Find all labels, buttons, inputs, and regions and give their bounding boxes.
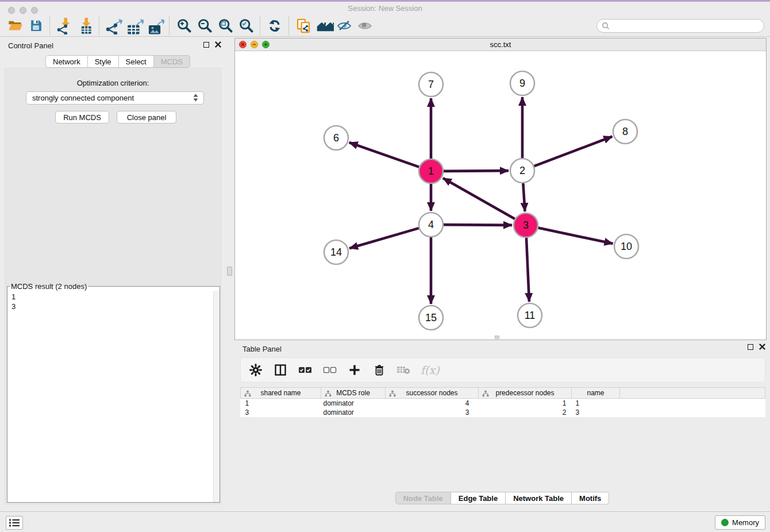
tab-node-table[interactable]: Node Table <box>395 492 451 504</box>
optimization-label: Optimization criterion: <box>5 79 221 87</box>
table-row[interactable]: 3dominator323 <box>241 408 765 417</box>
table-settings-button[interactable] <box>248 362 264 378</box>
network-graph[interactable]: 7968124314101511 <box>235 51 766 340</box>
table-cell[interactable]: 3 <box>241 408 321 417</box>
open-session-button[interactable] <box>5 16 25 36</box>
result-scrollbar[interactable] <box>213 291 220 502</box>
table-cell[interactable]: 1 <box>241 399 321 408</box>
graph-edge-3-11[interactable] <box>526 238 529 302</box>
zoom-window-button[interactable] <box>31 7 38 14</box>
column-header-mcds-role[interactable]: MCDS role <box>321 388 386 399</box>
close-network-button[interactable] <box>239 41 247 48</box>
hide-selected-button[interactable] <box>334 16 355 36</box>
graph-node-label: 14 <box>330 246 342 258</box>
tab-style[interactable]: Style <box>88 55 119 68</box>
table-tabs: Node Table Edge Table Network Table Moti… <box>234 492 770 504</box>
graph-edge-2-8[interactable] <box>534 137 613 167</box>
table-cell[interactable]: 1 <box>479 399 572 408</box>
tab-network[interactable]: Network <box>45 55 88 68</box>
graph-edge-3-10[interactable] <box>538 228 613 244</box>
table-cell[interactable]: dominator <box>321 399 386 408</box>
graph-edge-2-3[interactable] <box>523 183 525 211</box>
tab-select[interactable]: Select <box>119 55 154 68</box>
home-layout-button[interactable] <box>314 16 334 36</box>
panel-splitter[interactable] <box>226 37 234 511</box>
table-cell[interactable]: dominator <box>321 408 386 417</box>
column-header-name[interactable]: name <box>572 388 620 399</box>
float-table-panel-icon[interactable] <box>748 344 753 350</box>
run-mcds-button[interactable]: Run MCDS <box>55 111 109 124</box>
table-row[interactable]: 1dominator411 <box>241 399 765 408</box>
zoom-selected-icon <box>238 18 254 33</box>
zoom-fit-button[interactable] <box>215 16 236 36</box>
graph-node-label: 15 <box>425 312 437 323</box>
close-panel-button[interactable]: Close panel <box>117 111 176 124</box>
mcds-result-line[interactable]: 1 <box>11 292 214 302</box>
network-window-titlebar[interactable]: scc.txt <box>235 38 766 51</box>
close-table-panel-icon[interactable] <box>759 344 765 350</box>
table-cell[interactable]: 2 <box>479 408 572 417</box>
search-box[interactable] <box>596 19 764 33</box>
zoom-in-button[interactable] <box>174 16 194 36</box>
mcds-result-box: MCDS result (2 nodes) 1 3 <box>7 282 220 503</box>
graph-edge-3-1[interactable] <box>443 178 515 219</box>
checked-boxes-icon <box>298 366 312 374</box>
import-table-button[interactable] <box>75 16 95 36</box>
tab-mcds[interactable]: MCDS <box>154 55 190 68</box>
toolbar-separator <box>169 17 170 35</box>
zoom-out-button[interactable] <box>194 16 215 36</box>
mcds-result-list[interactable]: 1 3 <box>7 291 214 502</box>
minimize-network-button[interactable] <box>251 41 258 48</box>
import-network-button[interactable] <box>54 16 75 36</box>
refresh-view-button[interactable] <box>264 16 285 36</box>
column-header-predecessor-nodes[interactable]: predecessor nodes <box>479 388 572 399</box>
memory-button[interactable]: Memory <box>715 515 765 530</box>
search-input[interactable] <box>610 20 764 32</box>
select-all-columns-button[interactable] <box>297 362 313 378</box>
maximize-network-button[interactable] <box>262 41 270 48</box>
toolbar-separator <box>49 17 51 35</box>
close-window-button[interactable] <box>8 7 15 14</box>
table-cell[interactable]: 1 <box>572 399 620 408</box>
save-session-button[interactable] <box>25 16 46 36</box>
export-table-button[interactable] <box>124 16 145 36</box>
function-builder-button[interactable]: f(x) <box>421 362 440 378</box>
close-panel-icon[interactable] <box>215 41 221 48</box>
delete-table-button[interactable] <box>396 362 412 378</box>
graph-edge-4-3[interactable] <box>444 225 512 225</box>
memory-label: Memory <box>732 518 759 527</box>
window-titlebar[interactable]: Session: New Session <box>0 2 770 15</box>
export-image-button[interactable] <box>145 16 165 36</box>
import-table-icon <box>76 17 94 34</box>
table-cell[interactable]: 3 <box>572 408 620 417</box>
show-columns-button[interactable] <box>272 362 288 378</box>
table-cell-filler <box>620 399 765 408</box>
frame-resize-grip[interactable] <box>495 336 499 339</box>
show-eye-icon <box>357 18 374 33</box>
float-panel-icon[interactable] <box>203 42 209 48</box>
column-header-successor-nodes[interactable]: successor nodes <box>386 388 479 399</box>
delete-column-button[interactable] <box>371 362 387 378</box>
export-network-button[interactable] <box>103 16 124 36</box>
deselect-all-columns-button[interactable] <box>322 362 338 378</box>
graph-edge-1-2[interactable] <box>444 171 509 171</box>
clone-network-button[interactable] <box>293 16 314 36</box>
graph-edge-1-6[interactable] <box>349 142 419 167</box>
toolbar-separator <box>260 17 261 35</box>
tab-network-table[interactable]: Network Table <box>506 492 572 504</box>
table-cell[interactable]: 3 <box>386 408 479 417</box>
optimization-select[interactable]: strongly connected component <box>26 91 204 105</box>
splitter-grip[interactable] <box>227 267 232 276</box>
zoom-selected-button[interactable] <box>236 16 256 36</box>
column-header-shared-name[interactable]: shared name <box>241 388 321 399</box>
show-all-button[interactable] <box>355 16 376 36</box>
network-window-title: scc.txt <box>235 40 766 49</box>
graph-edge-4-14[interactable] <box>349 228 419 248</box>
task-history-button[interactable] <box>6 516 23 530</box>
table-cell[interactable]: 4 <box>386 399 479 408</box>
minimize-window-button[interactable] <box>20 7 26 14</box>
tab-motifs[interactable]: Motifs <box>572 492 609 504</box>
mcds-result-line[interactable]: 3 <box>11 302 214 311</box>
add-column-button[interactable] <box>346 362 363 378</box>
tab-edge-table[interactable]: Edge Table <box>451 492 506 504</box>
